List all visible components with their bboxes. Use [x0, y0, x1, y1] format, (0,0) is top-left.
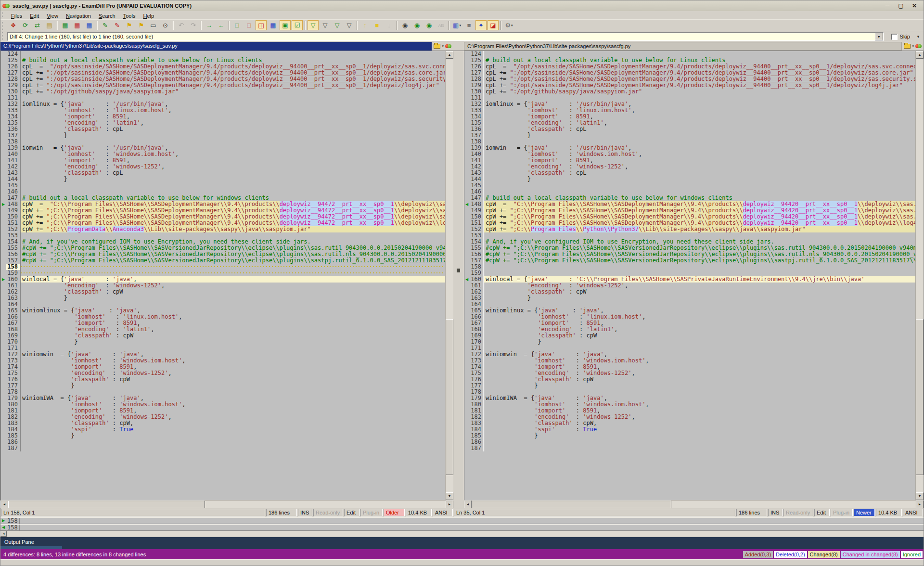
code-text[interactable]: 'iomport' : 8591,: [484, 364, 915, 370]
code-text[interactable]: winiomwin = {'java' : 'java',: [20, 351, 445, 358]
save-first-icon[interactable]: ▦: [60, 20, 71, 30]
code-text[interactable]: }: [20, 433, 445, 439]
filter-deleted-icon[interactable]: ▽: [332, 20, 343, 30]
code-text[interactable]: winlocal = {'java' : 'java',: [20, 276, 445, 283]
code-text[interactable]: [20, 345, 445, 351]
code-text[interactable]: winiomIWA = {'java' : 'java',: [484, 395, 915, 401]
chevron-down-icon[interactable]: ▾: [912, 44, 914, 48]
show-diffs-only-icon[interactable]: ☑: [292, 20, 303, 30]
code-text[interactable]: }: [20, 383, 445, 389]
code-text[interactable]: winiomwin = {'java' : 'java',: [484, 351, 915, 358]
scroll-right-icon[interactable]: ►: [916, 501, 924, 508]
code-text[interactable]: 'classpath' : cpW,: [20, 420, 445, 426]
code-text[interactable]: [484, 439, 915, 445]
code-text[interactable]: #cpW += ";C:\\Program Files\\SASHome\\SA…: [484, 257, 915, 264]
code-text[interactable]: 'encoding' : 'windows-1252',: [484, 283, 915, 289]
filter-added-icon[interactable]: ▽: [320, 20, 331, 30]
code-text[interactable]: 'iomhost' : 'linux.iom.host',: [484, 314, 915, 320]
code-text[interactable]: [484, 139, 915, 145]
code-text[interactable]: cpW = "C:\\Program Files\\SASHome\\SASDe…: [484, 201, 915, 207]
current-diff-icon[interactable]: ■: [372, 20, 383, 30]
filter-changed-icon[interactable]: ▽: [344, 20, 355, 30]
code-text[interactable]: cpW += ";C:\\Program Files\\SASHome\\SAS…: [484, 207, 915, 214]
code-text[interactable]: 'iomport' : 8591,: [484, 157, 915, 164]
code-text[interactable]: 'encoding' : 'latin1',: [20, 120, 445, 126]
code-text[interactable]: 'encoding' : 'latin1',: [20, 326, 445, 333]
code-text[interactable]: 'iomport' : 8591,: [20, 364, 445, 370]
code-text[interactable]: 'iomhost' : 'linux.iom.host',: [20, 107, 445, 114]
code-text[interactable]: 'iomport' : 8591,: [484, 114, 915, 120]
code-text[interactable]: }: [484, 383, 915, 389]
code-text[interactable]: 'iomhost' : 'linux.iom.host',: [20, 314, 445, 320]
chevron-down-icon[interactable]: ▾: [442, 44, 444, 48]
left-vertical-scrollbar[interactable]: ▲ ▼: [445, 51, 453, 500]
code-text[interactable]: cpL += ":/opt/sasinside/SASHome/SASDeplo…: [20, 70, 445, 76]
scroll-left-icon[interactable]: ◄: [464, 501, 472, 508]
code-text[interactable]: [484, 270, 915, 276]
code-text[interactable]: [20, 182, 445, 189]
code-text[interactable]: winiomlinux = {'java' : 'java',: [20, 308, 445, 314]
scroll-down-icon[interactable]: ▼: [446, 492, 453, 500]
left-code-pane[interactable]: 124125# build out a local classpath vari…: [0, 51, 445, 500]
code-text[interactable]: 'iomhost' : 'windows.iom.host',: [20, 358, 445, 364]
code-text[interactable]: 'classpath' : cpW: [20, 333, 445, 339]
menu-grip[interactable]: [2, 12, 5, 19]
code-text[interactable]: # build out a local classpath variable t…: [20, 57, 445, 64]
right-vertical-scrollbar[interactable]: ▲ ▼: [915, 51, 924, 500]
code-text[interactable]: # And, if you've configured IOM to use E…: [20, 239, 445, 245]
left-file-path[interactable]: C:\Program Files\Python\Python37\Lib\sit…: [0, 42, 432, 51]
scroll-right-icon[interactable]: ►: [446, 501, 453, 508]
diffbar-grip[interactable]: [2, 32, 5, 41]
copy-left-arrow-icon[interactable]: ◀: [464, 201, 469, 207]
copy-to-second-icon[interactable]: →: [204, 20, 215, 30]
panes-layout-icon[interactable]: ▥▾: [451, 20, 462, 30]
copy-right-arrow-icon[interactable]: ▶: [1, 276, 6, 283]
code-text[interactable]: 'iomport' : 8591,: [484, 408, 915, 414]
code-text[interactable]: 'sspi' : True: [20, 426, 445, 433]
code-text[interactable]: #cpW += ";C:\\Program Files\\SASHome\\SA…: [484, 245, 915, 251]
scroll-down-icon[interactable]: ▼: [916, 492, 924, 500]
code-text[interactable]: cpL += ":/opt/github/saspy/java/saspyiom…: [20, 89, 445, 95]
settings-icon[interactable]: ⚙▾: [503, 20, 514, 30]
code-text[interactable]: cpL += ":/opt/sasinside/SASHome/SASDeplo…: [20, 76, 445, 82]
code-text[interactable]: winlocal = {'java' : 'C:\\Program Files\…: [484, 276, 915, 283]
code-text[interactable]: }: [20, 295, 445, 301]
code-text[interactable]: 'classpath' : cpL: [484, 170, 915, 176]
code-text[interactable]: #cpW += ";C:\\Program Files\\SASHome\\SA…: [20, 257, 445, 264]
code-text[interactable]: cpL += ":/opt/sasinside/SASHome/SASDeplo…: [20, 82, 445, 89]
compare-files-icon[interactable]: ❖: [8, 20, 19, 30]
code-text[interactable]: [484, 232, 915, 239]
code-text[interactable]: 'iomhost' : 'windows.iom.host',: [484, 151, 915, 157]
code-text[interactable]: [484, 95, 915, 101]
mini-horizontal-scrollbar[interactable]: ◄: [0, 531, 924, 537]
code-text[interactable]: cpW += ";C:\\ProgramData\\Anaconda3\\Lib…: [20, 226, 445, 232]
code-text[interactable]: 'encoding' : 'windows-1252',: [484, 370, 915, 376]
code-text[interactable]: cpW += ";C:\\Program Files\\SASHome\\SAS…: [484, 220, 915, 226]
save-both-icon[interactable]: ▦: [84, 20, 95, 30]
code-text[interactable]: }: [484, 176, 915, 182]
code-text[interactable]: 'encoding' : 'windows-1252',: [20, 283, 445, 289]
right-code-pane[interactable]: 124125# build out a local classpath vari…: [464, 51, 915, 500]
toolbar-grip[interactable]: [2, 21, 5, 29]
output-pane-label[interactable]: Output Pane: [0, 537, 34, 545]
code-text[interactable]: iomwin = {'java' : '/usr/bin/java',: [484, 145, 915, 151]
pane-splitter[interactable]: [453, 51, 464, 500]
scroll-up-icon[interactable]: ▲: [446, 51, 453, 59]
code-text[interactable]: #cpW += ";C:\\Program Files\\SASHome\\SA…: [20, 251, 445, 257]
code-text[interactable]: cpL += ":/opt/sasinside/SASHome/SASDeplo…: [484, 76, 915, 82]
code-text[interactable]: }: [484, 132, 915, 139]
code-text[interactable]: [20, 301, 445, 308]
mini-line-content[interactable]: [20, 525, 924, 530]
code-text[interactable]: 'classpath' : cpW: [20, 376, 445, 383]
menu-item-edit[interactable]: Edit: [26, 12, 43, 20]
right-file-path[interactable]: C:\Program Files\Python\Python37\Lib\sit…: [464, 42, 902, 51]
code-text[interactable]: }: [20, 132, 445, 139]
code-text[interactable]: 'classpath' : cpL: [20, 126, 445, 132]
edit-second-icon[interactable]: ✎: [112, 20, 123, 30]
code-text[interactable]: cpW += ";C:\\Program Files\\SASHome\\SAS…: [20, 207, 445, 214]
code-text[interactable]: # build out a local classpath variable t…: [20, 195, 445, 201]
left-vscroll-thumb[interactable]: [446, 319, 453, 475]
code-text[interactable]: [20, 189, 445, 195]
right-hscroll-thumb[interactable]: [472, 501, 671, 508]
code-text[interactable]: 'encoding' : 'windows-1252',: [20, 370, 445, 376]
